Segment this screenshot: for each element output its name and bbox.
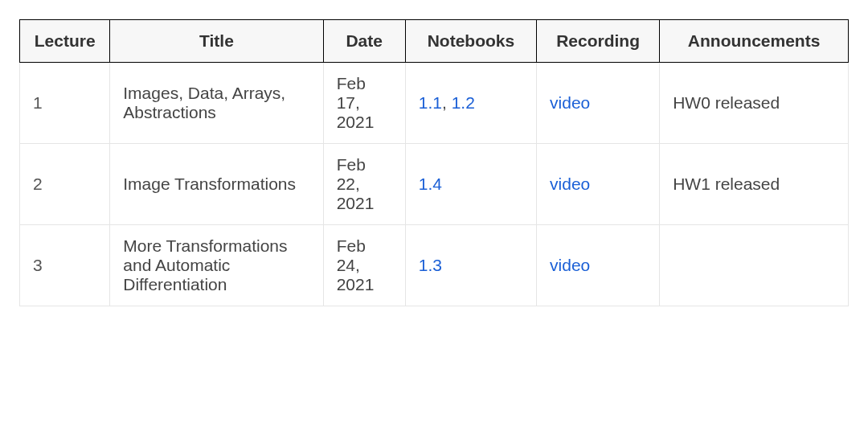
cell-title: Images, Data, Arrays, Abstractions — [110, 63, 323, 144]
notebook-link[interactable]: 1.3 — [419, 256, 442, 274]
cell-date: Feb 24, 2021 — [323, 225, 405, 306]
cell-recording: video — [537, 144, 660, 225]
lectures-table: Lecture Title Date Notebooks Recording A… — [19, 19, 849, 306]
recording-link[interactable]: video — [550, 93, 590, 112]
header-recording: Recording — [537, 20, 660, 63]
cell-notebooks: 1.3 — [405, 225, 536, 306]
cell-date: Feb 22, 2021 — [323, 144, 405, 225]
recording-link[interactable]: video — [550, 256, 590, 274]
cell-recording: video — [537, 225, 660, 306]
cell-lecture: 1 — [20, 63, 110, 144]
cell-announcements — [660, 225, 849, 306]
header-notebooks: Notebooks — [405, 20, 536, 63]
cell-recording: video — [537, 63, 660, 144]
cell-notebooks: 1.4 — [405, 144, 536, 225]
notebook-link[interactable]: 1.4 — [419, 174, 442, 193]
table-body: 1Images, Data, Arrays, AbstractionsFeb 1… — [20, 63, 849, 306]
header-title: Title — [110, 20, 323, 63]
table-row: 2Image TransformationsFeb 22, 20211.4vid… — [20, 144, 849, 225]
table-header-row: Lecture Title Date Notebooks Recording A… — [20, 20, 849, 63]
header-date: Date — [323, 20, 405, 63]
table-row: 3More Transformations and Automatic Diff… — [20, 225, 849, 306]
cell-lecture: 3 — [20, 225, 110, 306]
recording-link[interactable]: video — [550, 174, 590, 193]
cell-announcements: HW0 released — [660, 63, 849, 144]
cell-notebooks: 1.1, 1.2 — [405, 63, 536, 144]
notebook-link[interactable]: 1.1 — [419, 93, 442, 112]
cell-title: More Transformations and Automatic Diffe… — [110, 225, 323, 306]
notebook-link[interactable]: 1.2 — [452, 93, 475, 112]
cell-date: Feb 17, 2021 — [323, 63, 405, 144]
cell-lecture: 2 — [20, 144, 110, 225]
table-row: 1Images, Data, Arrays, AbstractionsFeb 1… — [20, 63, 849, 144]
notebook-separator: , — [442, 93, 452, 112]
header-announcements: Announcements — [660, 20, 849, 63]
header-lecture: Lecture — [20, 20, 110, 63]
cell-title: Image Transformations — [110, 144, 323, 225]
cell-announcements: HW1 released — [660, 144, 849, 225]
